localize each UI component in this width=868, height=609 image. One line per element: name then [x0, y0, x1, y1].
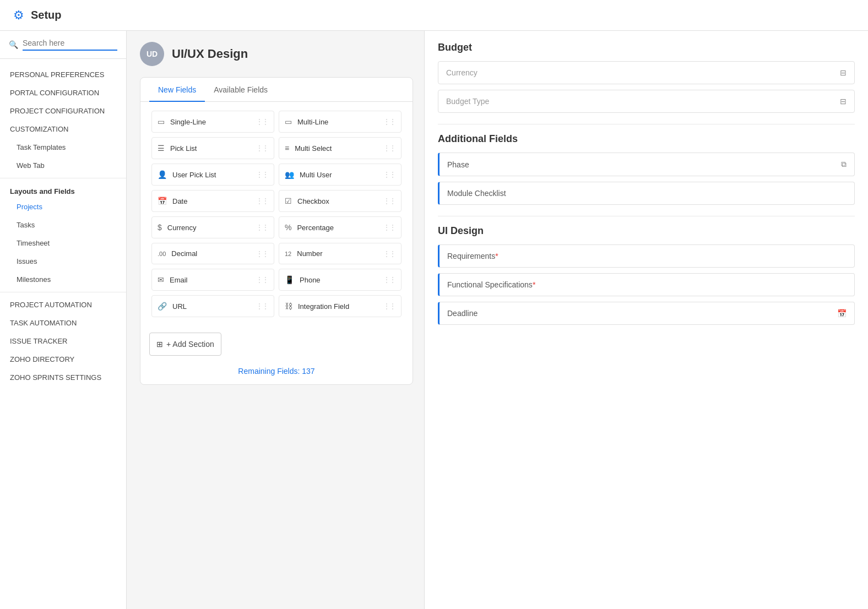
sidebar-item-timesheet[interactable]: Timesheet	[0, 234, 126, 252]
field-row-requirements: Requirements*	[438, 244, 855, 268]
drag-handle-phone[interactable]	[383, 276, 395, 284]
percentage-icon: %	[285, 223, 291, 232]
sidebar-item-issue-tracker[interactable]: ISSUE TRACKER	[0, 332, 126, 350]
sidebar-item-web-tab[interactable]: Web Tab	[0, 156, 126, 175]
budget-section: Budget Currency ⊟ Budget Type ⊟	[438, 42, 855, 113]
field-item-url[interactable]: 🔗 URL	[151, 295, 274, 317]
drag-handle-percentage[interactable]	[383, 224, 395, 231]
additional-fields-section: Additional Fields Phase ⧉ Module Checkli…	[438, 133, 855, 205]
drag-handle-single-line[interactable]	[256, 118, 268, 126]
sidebar-group-layouts-fields: Layouts and Fields	[0, 182, 126, 198]
main-layout: 🔍 PERSONAL PREFERENCES PORTAL CONFIGURAT…	[0, 31, 868, 609]
phone-icon: 📱	[285, 275, 294, 284]
search-input[interactable]	[23, 39, 117, 51]
field-item-multi-select[interactable]: ≡ Multi Select	[279, 137, 402, 159]
sidebar-item-tasks[interactable]: Tasks	[0, 216, 126, 234]
add-section-button[interactable]: ⊞ + Add Section	[149, 333, 221, 356]
sidebar-item-portal-configuration[interactable]: PORTAL CONFIGURATION	[0, 84, 126, 102]
field-item-email[interactable]: ✉ Email	[151, 269, 274, 291]
search-box: 🔍	[0, 31, 126, 59]
drag-handle-url[interactable]	[256, 302, 268, 310]
drag-handle-integration-field[interactable]	[383, 302, 395, 310]
integration-field-icon: ⛓	[285, 302, 292, 311]
drag-handle-checkbox[interactable]	[383, 197, 395, 205]
tabs-row: New Fields Available Fields	[140, 78, 413, 102]
field-item-date[interactable]: 📅 Date	[151, 190, 274, 212]
field-item-checkbox[interactable]: ☑ Checkbox	[279, 190, 402, 212]
sidebar-item-milestones[interactable]: Milestones	[0, 270, 126, 289]
sidebar-nav: PERSONAL PREFERENCES PORTAL CONFIGURATIO…	[0, 59, 126, 609]
field-item-number[interactable]: 12 Number	[279, 243, 402, 264]
field-row-module-checklist: Module Checklist	[438, 182, 855, 205]
sidebar-divider	[0, 178, 126, 178]
field-item-multi-user[interactable]: 👥 Multi User	[279, 164, 402, 186]
sidebar-item-project-automation[interactable]: PROJECT AUTOMATION	[0, 296, 126, 314]
drag-handle-multi-line[interactable]	[383, 118, 395, 126]
deadline-field-icon: 📅	[837, 309, 847, 318]
field-item-multi-line[interactable]: ▭ Multi-Line	[279, 111, 402, 133]
sidebar-item-projects[interactable]: Projects	[0, 198, 126, 216]
budget-section-title: Budget	[438, 42, 855, 53]
single-line-icon: ▭	[158, 117, 165, 126]
multi-user-icon: 👥	[285, 170, 294, 179]
additional-fields-section-title: Additional Fields	[438, 133, 855, 145]
field-row-budget-type: Budget Type ⊟	[438, 90, 855, 113]
sidebar-item-personal-preferences[interactable]: PERSONAL PREFERENCES	[0, 66, 126, 84]
sidebar-item-task-templates[interactable]: Task Templates	[0, 138, 126, 156]
sidebar-item-task-automation[interactable]: TASK AUTOMATION	[0, 314, 126, 332]
deadline-field-label: Deadline	[447, 309, 832, 318]
center-panel: UD UI/UX Design New Fields Available Fie…	[127, 31, 424, 609]
drag-handle-decimal[interactable]	[256, 250, 268, 258]
remaining-fields[interactable]: Remaining Fields: 137	[140, 362, 413, 384]
drag-handle-multi-user[interactable]	[383, 171, 395, 178]
email-icon: ✉	[158, 275, 164, 284]
field-item-user-pick-list[interactable]: 👤 User Pick List	[151, 164, 274, 186]
currency-field-icon: ⊟	[840, 68, 847, 77]
field-row-functional-specifications: Functional Specifications*	[438, 273, 855, 296]
field-item-percentage[interactable]: % Percentage	[279, 216, 402, 238]
drag-handle-currency[interactable]	[256, 224, 268, 231]
project-header: UD UI/UX Design	[140, 42, 413, 66]
sidebar-item-issues[interactable]: Issues	[0, 252, 126, 270]
tab-available-fields[interactable]: Available Fields	[205, 78, 276, 102]
top-header: ⚙ Setup	[0, 0, 868, 31]
number-icon: 12	[285, 251, 291, 257]
phase-field-label: Phase	[447, 160, 836, 169]
right-divider-1	[438, 124, 855, 124]
field-item-currency[interactable]: $ Currency	[151, 216, 274, 238]
right-panel: Budget Currency ⊟ Budget Type ⊟ Addition…	[424, 31, 868, 609]
field-item-phone[interactable]: 📱 Phone	[279, 269, 402, 291]
drag-handle-pick-list[interactable]	[256, 144, 268, 152]
search-icon: 🔍	[9, 40, 18, 49]
currency-field-label: Currency	[446, 68, 834, 77]
multi-select-icon: ≡	[285, 144, 289, 153]
field-row-phase: Phase ⧉	[438, 153, 855, 176]
right-divider-2	[438, 216, 855, 216]
ui-design-section-title: UI Design	[438, 225, 855, 237]
user-pick-list-icon: 👤	[158, 170, 167, 179]
budget-type-field-icon: ⊟	[840, 97, 847, 106]
sidebar-item-zoho-sprints-settings[interactable]: ZOHO SPRINTS SETTINGS	[0, 368, 126, 387]
sidebar: 🔍 PERSONAL PREFERENCES PORTAL CONFIGURAT…	[0, 31, 127, 609]
currency-icon: $	[158, 223, 162, 232]
field-item-decimal[interactable]: .00 Decimal	[151, 243, 274, 264]
sidebar-item-project-configuration[interactable]: PROJECT CONFIGURATION	[0, 102, 126, 120]
sidebar-divider-2	[0, 292, 126, 292]
field-item-integration-field[interactable]: ⛓ Integration Field	[279, 295, 402, 317]
field-item-single-line[interactable]: ▭ Single-Line	[151, 111, 274, 133]
drag-handle-user-pick-list[interactable]	[256, 171, 268, 178]
sidebar-item-zoho-directory[interactable]: ZOHO DIRECTORY	[0, 350, 126, 368]
drag-handle-email[interactable]	[256, 276, 268, 284]
field-row-deadline: Deadline 📅	[438, 302, 855, 325]
phase-field-icon: ⧉	[841, 160, 847, 169]
ui-design-section: UI Design Requirements* Functional Speci…	[438, 225, 855, 325]
drag-handle-number[interactable]	[383, 250, 395, 258]
tab-new-fields[interactable]: New Fields	[149, 78, 205, 102]
sidebar-item-customization[interactable]: CUSTOMIZATION	[0, 120, 126, 138]
drag-handle-multi-select[interactable]	[383, 144, 395, 152]
budget-type-field-label: Budget Type	[446, 97, 834, 106]
decimal-icon: .00	[158, 251, 166, 257]
app-title: Setup	[31, 9, 62, 21]
field-item-pick-list[interactable]: ☰ Pick List	[151, 137, 274, 159]
drag-handle-date[interactable]	[256, 197, 268, 205]
